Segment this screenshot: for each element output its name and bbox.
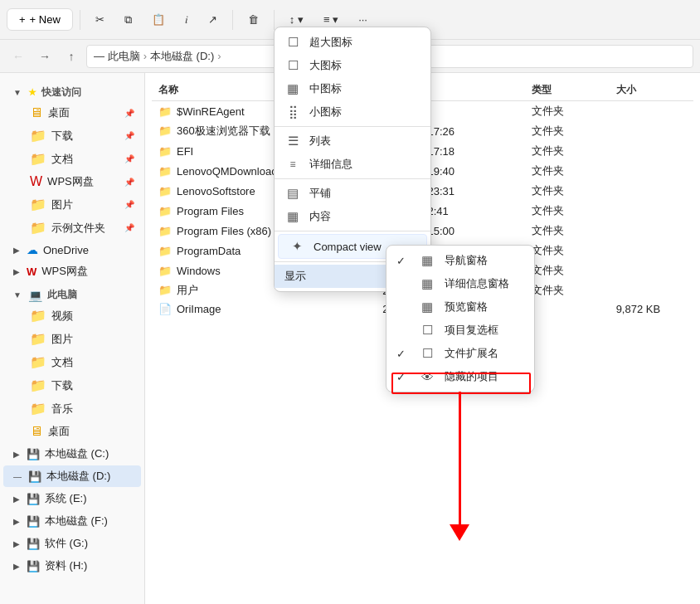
file-size-cell (610, 261, 693, 280)
sidebar-item-pc-docs[interactable]: 📁 文档 (3, 351, 141, 373)
file-size-cell (610, 121, 693, 141)
cm2-details-label: 详细信息窗格 (445, 276, 509, 291)
extra-large-icon: ☐ (284, 35, 301, 50)
sidebar-pc-pics-label: 图片 (51, 332, 73, 347)
sidebar-item-pictures[interactable]: 📁 图片 📌 (3, 193, 141, 216)
tiles-icon: ▤ (284, 186, 301, 201)
downloads-folder-icon: 📁 (30, 128, 46, 144)
cm-medium-label: 中图标 (309, 81, 342, 96)
sidebar-item-c[interactable]: ▶ 💾 本地磁盘 (C:) (3, 443, 141, 465)
sidebar-d-label: 本地磁盘 (D:) (46, 469, 110, 484)
plus-icon: + (19, 13, 26, 26)
cm-item-small[interactable]: ⣿ 小图标 (275, 100, 430, 124)
cm-compact-label: Compact view (314, 241, 382, 253)
paste-button[interactable]: 📋 (143, 8, 173, 31)
sidebar-item-f[interactable]: ▶ 💾 本地磁盘 (F:) (3, 510, 141, 532)
sidebar-onedrive-label: OneDrive (43, 244, 89, 256)
cm-tiles-label: 平铺 (309, 186, 331, 201)
sidebar-item-docs[interactable]: 📁 文档 📌 (3, 148, 141, 170)
sidebar-item-e[interactable]: ▶ 💾 系统 (E:) (3, 488, 141, 509)
sidebar-g-label: 软件 (G:) (45, 536, 88, 551)
col-type-header[interactable]: 类型 (525, 80, 609, 101)
col-size-header[interactable]: 大小 (610, 80, 693, 101)
cm-sep3 (275, 231, 430, 231)
sidebar-item-pc-downloads[interactable]: 📁 下载 (3, 374, 141, 397)
f-drive-icon: 💾 (27, 515, 40, 528)
d-expand-icon: — (13, 472, 22, 481)
sidebar-pc-docs-label: 文档 (51, 355, 73, 370)
cm-item-medium[interactable]: ▦ 中图标 (275, 77, 430, 100)
sidebar-item-video[interactable]: 📁 视频 (3, 304, 141, 327)
c-expand-icon: ▶ (13, 450, 20, 459)
quickaccess-header: ▼ ★ 快速访问 (3, 80, 141, 101)
breadcrumb-sep1: › (143, 50, 147, 62)
f-expand-icon: ▶ (13, 517, 20, 526)
copy-button[interactable]: ⧉ (116, 8, 140, 32)
cm-item-details[interactable]: ≡ 详细信息 (275, 153, 430, 176)
breadcrumb-pc: — 此电脑 (94, 49, 140, 64)
share-button[interactable]: ↗ (200, 8, 226, 31)
cm2-item-details[interactable]: ▦ 详细信息窗格 (386, 272, 534, 295)
file-type-cell: 文件夹 (525, 101, 609, 122)
separator3 (274, 10, 275, 30)
sidebar-item-music[interactable]: 📁 音乐 (3, 397, 141, 420)
cm-item-large[interactable]: ☐ 大图标 (275, 54, 430, 77)
cm-sep2 (275, 178, 430, 179)
forward-button[interactable]: → (33, 45, 56, 68)
small-icon: ⣿ (284, 105, 301, 119)
sidebar-item-pc-desktop[interactable]: 🖥 桌面 (3, 421, 141, 442)
cm-item-tiles[interactable]: ▤ 平铺 (275, 182, 430, 205)
sidebar-video-label: 视频 (51, 309, 73, 324)
cm-list-label: 列表 (309, 134, 331, 149)
example-folder-icon: 📁 (30, 220, 46, 236)
pics-folder-icon: 📁 (30, 197, 46, 212)
g-expand-icon: ▶ (13, 539, 20, 548)
pin-icon-pictures: 📌 (124, 200, 134, 209)
delete-button[interactable]: 🗑 (240, 8, 267, 31)
music-icon: 📁 (30, 401, 46, 416)
sidebar-item-example[interactable]: 📁 示例文件夹 📌 (3, 217, 141, 239)
file-type-cell: 文件夹 (525, 261, 609, 280)
back-button[interactable]: ← (7, 45, 30, 68)
sidebar-item-d[interactable]: — 💾 本地磁盘 (D:) (3, 465, 141, 487)
file-size-cell (610, 101, 693, 122)
file-type-cell: 文件夹 (525, 241, 609, 261)
sidebar-item-wps[interactable]: W WPS网盘 📌 (3, 171, 141, 192)
cm-item-extra-large[interactable]: ☐ 超大图标 (275, 31, 430, 54)
pc-pics-icon: 📁 (30, 331, 46, 347)
new-button[interactable]: + + New (7, 8, 73, 31)
onedrive-icon: ☁ (27, 243, 38, 256)
cm-item-content[interactable]: ▦ 内容 (275, 205, 430, 228)
file-type-cell: 文件夹 (525, 201, 609, 221)
sidebar-pc-dl-label: 下载 (51, 378, 73, 393)
sidebar-item-onedrive[interactable]: ▶ ☁ OneDrive (3, 240, 141, 260)
sidebar-item-h[interactable]: ▶ 💾 资料 (H:) (3, 555, 141, 577)
sidebar-item-downloads[interactable]: 📁 下载 📌 (3, 124, 141, 147)
cut-button[interactable]: ✂ (87, 8, 113, 31)
pc-icon: 💻 (28, 289, 42, 302)
wps2-expand-icon: ▶ (13, 267, 20, 276)
rename-button[interactable]: 𝑖 (177, 8, 197, 32)
cm-item-list[interactable]: ☰ 列表 (275, 129, 430, 153)
cm2-ext-label: 文件扩展名 (445, 346, 498, 361)
details-pane-icon: ▦ (418, 276, 436, 291)
file-size-cell (610, 241, 693, 261)
sidebar-item-desktop[interactable]: 🖥 桌面 📌 (3, 102, 141, 124)
cm2-item-checkbox[interactable]: ☐ 项目复选框 (386, 319, 534, 342)
wps2-icon: W (27, 265, 36, 278)
cm2-item-hidden[interactable]: ✓ 👁 隐藏的项目 (386, 365, 534, 388)
cm2-item-nav[interactable]: ✓ ▦ 导航窗格 (386, 249, 534, 272)
details-icon: ≡ (284, 158, 301, 170)
up-button[interactable]: ↑ (60, 45, 83, 68)
cm2-item-ext[interactable]: ✓ ☐ 文件扩展名 (386, 342, 534, 365)
sidebar-c-label: 本地磁盘 (C:) (45, 446, 109, 461)
cm2-item-preview[interactable]: ▦ 预览窗格 (386, 295, 534, 319)
file-type-cell: 文件夹 (525, 141, 609, 161)
medium-icon: ▦ (284, 81, 301, 96)
e-drive-icon: 💾 (27, 493, 40, 505)
sidebar-pc-desk-label: 桌面 (48, 424, 70, 439)
sidebar-item-wps2[interactable]: ▶ W WPS网盘 (3, 261, 141, 282)
pc-header[interactable]: ▼ 💻 此电脑 (3, 283, 141, 304)
sidebar-item-pc-pics[interactable]: 📁 图片 (3, 328, 141, 350)
sidebar-item-g[interactable]: ▶ 💾 软件 (G:) (3, 533, 141, 554)
